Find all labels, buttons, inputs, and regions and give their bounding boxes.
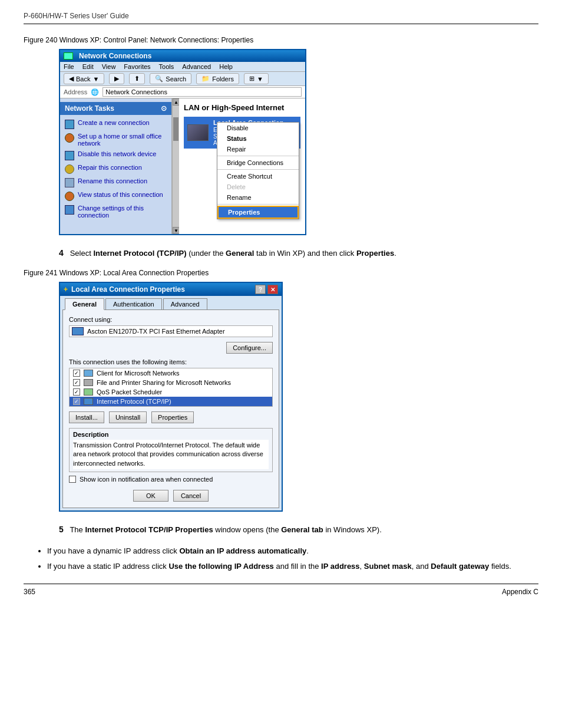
- menu-view[interactable]: View: [102, 63, 116, 70]
- search-button[interactable]: 🔍 Search: [150, 73, 191, 84]
- back-arrow-icon: ◀: [69, 75, 74, 83]
- tab-general[interactable]: General: [65, 298, 104, 310]
- nc-menubar: File Edit View Favorites Tools Advanced …: [60, 62, 305, 72]
- show-icon-checkbox[interactable]: [69, 476, 76, 483]
- ctx-delete: Delete: [217, 182, 299, 192]
- configure-button[interactable]: Configure...: [226, 342, 273, 354]
- ctx-properties[interactable]: Properties: [217, 206, 299, 219]
- views-button[interactable]: ⊞ ▼: [244, 73, 269, 84]
- task-disable-label: Disable this network device: [78, 150, 156, 157]
- bullet2-bold3: Subnet mask: [364, 562, 412, 571]
- menu-file[interactable]: File: [64, 63, 74, 70]
- scroll-thumb[interactable]: [173, 117, 178, 141]
- cancel-button[interactable]: Cancel: [173, 490, 209, 502]
- folders-button[interactable]: 📁 Folders: [196, 73, 239, 84]
- task-create-label: Create a new connection: [78, 119, 150, 126]
- list-item-tcpip[interactable]: ✓ Internet Protocol (TCP/IP): [70, 397, 272, 406]
- view-status-icon: [65, 192, 74, 201]
- back-dropdown-icon: ▼: [92, 75, 99, 83]
- checkbox-fileprint[interactable]: ✓: [73, 379, 80, 386]
- up-icon: ⬆: [134, 75, 140, 83]
- menu-tools[interactable]: Tools: [159, 63, 174, 70]
- icon-tcpip: [84, 398, 93, 405]
- dialog-titlebar: + Local Area Connection Properties ? ✕: [60, 283, 282, 296]
- ctx-repair[interactable]: Repair: [217, 144, 299, 154]
- checkbox-tcpip[interactable]: ✓: [73, 398, 80, 405]
- icon-client: [84, 370, 93, 377]
- step5-number: 5: [59, 525, 64, 534]
- task-create-connection[interactable]: Create a new connection: [60, 117, 171, 131]
- task-view-label: View status of this connection: [78, 191, 163, 198]
- ctx-sep1: [217, 156, 299, 156]
- menu-favorites[interactable]: Favorites: [124, 63, 150, 70]
- ctx-bridge[interactable]: Bridge Connections: [217, 157, 299, 168]
- tab-advanced[interactable]: Advanced: [163, 298, 207, 309]
- nc-tasks-title: Network Tasks: [65, 104, 114, 113]
- dialog-titlebar-controls: ? ✕: [255, 285, 278, 294]
- label-client: Client for Microsoft Networks: [97, 370, 180, 377]
- task-view-status[interactable]: View status of this connection: [60, 189, 171, 203]
- back-label: Back: [76, 75, 90, 83]
- ctx-status[interactable]: Status: [217, 133, 299, 144]
- description-text: Transmission Control Protocol/Internet P…: [73, 440, 269, 469]
- views-dropdown: ▼: [257, 75, 263, 83]
- close-button[interactable]: ✕: [267, 285, 278, 294]
- uninstall-button[interactable]: Uninstall: [109, 411, 147, 423]
- disable-network-icon: [65, 151, 74, 160]
- forward-icon: ▶: [114, 75, 119, 83]
- menu-help[interactable]: Help: [219, 63, 233, 70]
- page-footer: 365 Appendix C: [24, 584, 538, 596]
- ctx-create-shortcut[interactable]: Create Shortcut: [217, 171, 299, 182]
- adapter-row: Ascton EN1207D-TX PCI Fast Ethernet Adap…: [69, 325, 273, 337]
- search-icon: 🔍: [155, 75, 163, 83]
- list-item-fileprint[interactable]: ✓ File and Printer Sharing for Microsoft…: [70, 378, 272, 387]
- local-area-conn-dialog: + Local Area Connection Properties ? ✕ G…: [59, 282, 283, 512]
- checkbox-client[interactable]: ✓: [73, 370, 80, 377]
- help-button[interactable]: ?: [255, 285, 266, 294]
- menu-edit[interactable]: Edit: [82, 63, 94, 70]
- figure240-caption: Figure 240 Windows XP: Control Panel: Ne…: [24, 36, 538, 44]
- dialog-body: Connect using: Ascton EN1207D-TX PCI Fas…: [62, 309, 279, 508]
- ctx-rename[interactable]: Rename: [217, 192, 299, 203]
- page-header: P-660H/HW-T Series User' Guide: [24, 12, 538, 24]
- icon-qos: [84, 388, 93, 396]
- bullet1-bold: Obtain an IP address automatically: [179, 546, 306, 555]
- list-item-client[interactable]: ✓ Client for Microsoft Networks: [70, 368, 272, 378]
- change-settings-icon: [65, 205, 74, 215]
- ctx-disable[interactable]: Disable: [217, 123, 299, 133]
- adapter-icon: [72, 327, 84, 335]
- nc-title-text: Network Connections: [79, 52, 151, 60]
- nc-title-icon: [64, 52, 73, 60]
- task-repair[interactable]: Repair this connection: [60, 162, 171, 176]
- step5-bold2: General tab: [281, 525, 323, 534]
- properties-button[interactable]: Properties: [151, 411, 194, 423]
- nc-toolbar: ◀ Back ▼ ▶ ⬆ 🔍 Search 📁 Folders ⊞ ▼: [60, 72, 305, 86]
- nc-address-bar: Address 🌐 Network Connections: [60, 86, 305, 98]
- ok-button[interactable]: OK: [133, 490, 168, 502]
- connect-using-label: Connect using:: [69, 316, 273, 323]
- adapter-name: Ascton EN1207D-TX PCI Fast Ethernet Adap…: [87, 328, 270, 335]
- address-value[interactable]: Network Connections: [103, 87, 302, 97]
- dialog-titlebar-left: + Local Area Connection Properties: [64, 285, 185, 294]
- menu-advanced[interactable]: Advanced: [182, 63, 211, 70]
- nc-titlebar: Network Connections: [60, 50, 305, 62]
- back-button[interactable]: ◀ Back ▼: [64, 73, 104, 84]
- tab-authentication[interactable]: Authentication: [105, 298, 162, 309]
- install-button[interactable]: Install...: [69, 411, 104, 423]
- up-button[interactable]: ⬆: [129, 73, 145, 84]
- nc-tasks-collapse[interactable]: ⊙: [161, 104, 167, 113]
- icon-fileprint: [84, 379, 93, 386]
- page-number: 365: [24, 588, 35, 596]
- forward-button[interactable]: ▶: [109, 73, 124, 84]
- connection-icon: [187, 124, 209, 141]
- left-scrollbar[interactable]: ▲ ▼: [172, 98, 179, 234]
- list-item-qos[interactable]: ✓ QoS Packet Scheduler: [70, 387, 272, 397]
- task-repair-label: Repair this connection: [78, 164, 142, 171]
- task-rename[interactable]: Rename this connection: [60, 176, 171, 189]
- checkbox-qos[interactable]: ✓: [73, 388, 80, 396]
- ctx-sep3: [217, 204, 299, 205]
- task-disable-network[interactable]: Disable this network device: [60, 149, 171, 162]
- task-setup-home[interactable]: Set up a home or small office network: [60, 131, 171, 149]
- dialog-tabs: General Authentication Advanced: [60, 296, 282, 309]
- task-change-settings[interactable]: Change settings of this connection: [60, 203, 171, 220]
